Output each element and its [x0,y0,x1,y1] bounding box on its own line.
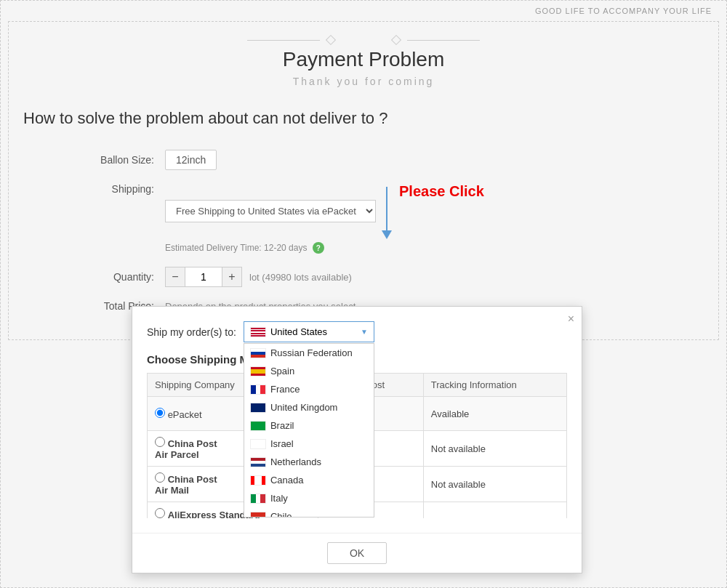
balloon-size-button[interactable]: 12inch [165,150,217,170]
list-item[interactable]: Netherlands [244,453,374,471]
ru-flag-icon [250,348,266,358]
country-name: Netherlands [270,456,321,467]
shipping-details: Free Shipping to United States via ePack… [165,183,484,254]
list-item[interactable]: Chile [244,507,374,517]
shipping-modal: × Ship my order(s) to: United States ▼ [132,306,582,573]
main-question: How to solve the problem about can not d… [23,109,704,128]
please-click-area: Please Click [382,183,484,239]
shipping-select[interactable]: Free Shipping to United States via ePack… [165,200,376,222]
country-name: Italy [270,493,288,504]
ship-to-row: Ship my order(s) to: United States ▼ Rus… [147,321,567,342]
shipping-row: Shipping: Free Shipping to United States… [67,183,704,254]
shipping-select-wrapper: Free Shipping to United States via ePack… [165,183,484,239]
list-item[interactable]: Canada [244,471,374,489]
ok-button[interactable]: OK [327,542,387,564]
country-dropdown-list[interactable]: Russian Federation Spain France [244,343,374,517]
shipping-radio[interactable] [155,472,165,483]
es-flag-icon [250,366,266,376]
help-icon[interactable]: ? [313,242,324,254]
arrow-head [382,230,392,239]
country-name: United Kingdom [270,402,338,413]
dropdown-arrow-icon: ▼ [361,328,368,336]
br-flag-icon [250,421,266,431]
country-name: Brazil [270,420,294,431]
shipping-radio[interactable] [155,437,165,447]
gb-flag-icon [250,403,266,413]
quantity-plus-button[interactable]: + [222,267,242,287]
list-item[interactable]: Israel [244,435,374,453]
selected-country-text: United States [270,326,327,337]
us-flag-icon [250,327,266,337]
quantity-control: − + lot (49980 lots available) [165,267,352,287]
quantity-input[interactable] [185,267,222,287]
arrow-line [386,187,387,230]
page-header: Payment Problem Thank you for coming [23,36,704,87]
estimated-delivery-text: Estimated Delivery Time: 12-20 days [165,243,307,253]
country-name: Canada [270,475,304,486]
modal-body: Ship my order(s) to: United States ▼ Rus… [132,307,582,533]
ok-button-row: OK [132,533,582,573]
country-name: France [270,384,300,395]
modal-close-button[interactable]: × [568,313,574,326]
arrow-down [382,187,392,239]
quantity-row: Quantity: − + lot (49980 lots available) [67,267,704,287]
shipping-info: Estimated Delivery Time: 12-20 days ? [165,242,484,254]
page-title: Payment Problem [23,48,704,71]
balloon-size-label: Ballon Size: [67,154,154,166]
quantity-note: lot (49980 lots available) [249,272,352,283]
page-subtitle: Thank you for coming [23,76,704,87]
shipping-label: Shipping: [67,183,154,195]
list-item[interactable]: United Kingdom [244,398,374,416]
il-flag-icon [250,439,266,449]
table-cell-tracking: Not available [423,467,566,502]
list-item[interactable]: France [244,380,374,398]
list-item[interactable]: Italy [244,489,374,507]
header-diamond-left [326,35,336,45]
quantity-label: Quantity: [67,271,154,283]
list-item[interactable]: Spain [244,362,374,380]
nl-flag-icon [250,457,266,467]
list-item[interactable]: Russian Federation [244,344,374,362]
country-select-wrapper: United States ▼ Russian Federation S [244,321,374,342]
product-form: Ballon Size: 12inch Shipping: Free Shipp… [67,150,704,312]
branding-tagline: GOOD LIFE TO ACCOMPANY YOUR LIFE [535,7,712,15]
company-name: ePacket [168,409,202,420]
country-name: Spain [270,366,294,376]
it-flag-icon [250,494,266,504]
ship-to-label: Ship my order(s) to: [147,326,236,338]
country-select-button[interactable]: United States ▼ [244,321,374,342]
country-name: Israel [270,438,294,449]
table-cell-tracking: Not available [423,431,566,467]
col-header-tracking: Tracking Information [423,374,566,397]
please-click-label: Please Click [399,183,484,200]
fr-flag-icon [250,384,266,395]
header-decoration [23,36,704,44]
balloon-size-row: Ballon Size: 12inch [67,150,704,170]
cl-flag-icon [250,512,266,518]
shipping-radio[interactable] [155,408,165,418]
header-diamond-right [391,35,401,45]
country-name: Russian Federation [270,347,353,358]
header-line-left [247,40,320,41]
table-cell-tracking [423,502,566,519]
outer-border: Payment Problem Thank you for coming How… [8,21,719,340]
header-line-right [407,40,480,41]
top-bar: GOOD LIFE TO ACCOMPANY YOUR LIFE [1,1,726,21]
list-item[interactable]: Brazil [244,416,374,435]
page-wrapper: GOOD LIFE TO ACCOMPANY YOUR LIFE Payment… [0,0,727,588]
shipping-radio[interactable] [155,508,165,518]
table-cell-tracking: Available [423,397,566,431]
quantity-minus-button[interactable]: − [165,267,185,287]
ca-flag-icon [250,475,266,486]
country-name: Chile [270,511,292,517]
